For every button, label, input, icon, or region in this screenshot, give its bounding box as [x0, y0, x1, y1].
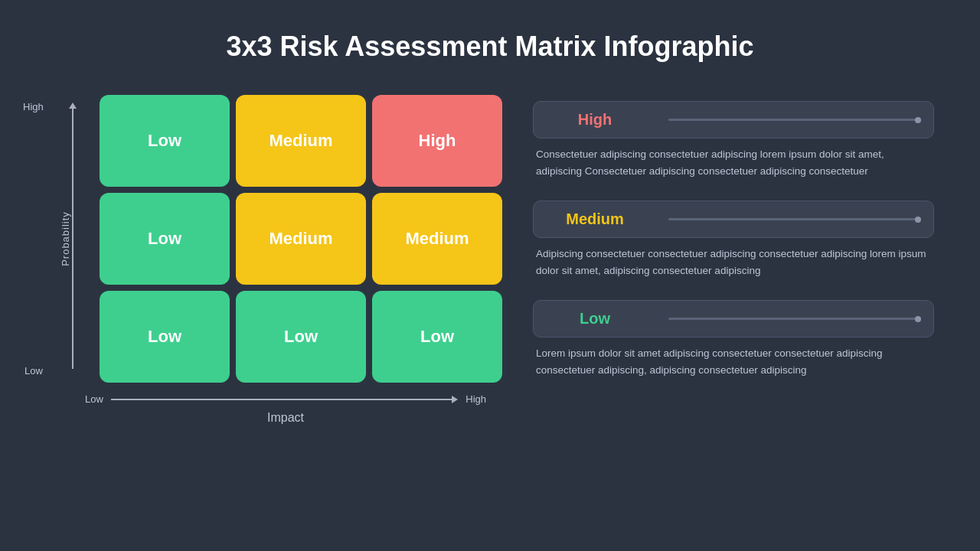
x-axis-line: [111, 399, 452, 400]
legend-badge-low: Low: [534, 301, 656, 337]
y-axis-label: Probability: [60, 211, 71, 266]
page-title: 3x3 Risk Assessment Matrix Infographic: [227, 31, 754, 63]
legend-bar-container-medium: [656, 218, 933, 220]
matrix-section: High Low Probability Low Medium High: [46, 93, 502, 425]
matrix-cell-0: Low: [100, 95, 230, 187]
matrix-cell-6: Low: [100, 291, 230, 383]
legend-bar-dot-low: [915, 316, 921, 322]
matrix-cell-1: Medium: [236, 95, 366, 187]
legend-item-medium: Medium Adipiscing consectetuer consectet…: [533, 201, 934, 279]
legend-item-high: High Consectetuer adipiscing consectetue…: [533, 101, 934, 179]
legend-badge-row-medium: Medium: [533, 201, 934, 238]
legend-item-low: Low Lorem ipsum dolor sit amet adipiscin…: [533, 300, 934, 378]
x-axis-container: Low High Impact: [46, 393, 502, 425]
matrix-cell-2: High: [372, 95, 502, 187]
legend-bar-track-high: [668, 119, 921, 121]
legend-badge-row-low: Low: [533, 300, 934, 337]
legend-text-medium: Adipiscing consectetuer consectetuer adi…: [533, 246, 934, 279]
legend-bar-dot-medium: [915, 217, 921, 223]
matrix-grid-wrapper: Low Medium High Low Medium: [100, 95, 502, 383]
matrix-cell-7: Low: [236, 291, 366, 383]
legend-bar-dot-high: [915, 117, 921, 123]
x-axis-row: Low High: [85, 393, 486, 405]
main-content: High Low Probability Low Medium High: [0, 93, 980, 425]
legend-text-high: Consectetuer adipiscing consectetuer adi…: [533, 146, 934, 179]
matrix-with-axes: High Low Probability Low Medium High: [46, 93, 502, 384]
matrix-cell-5: Medium: [372, 193, 502, 285]
legend-badge-medium: Medium: [534, 201, 656, 237]
legend-bar-track-medium: [668, 218, 921, 220]
legend-bar-track-low: [668, 318, 921, 320]
y-axis-arrow: [72, 109, 74, 369]
legend-badge-row-high: High: [533, 101, 934, 139]
legend-badge-high: High: [534, 102, 656, 138]
legend-bar-container-low: [656, 318, 933, 320]
x-axis-low-label: Low: [85, 393, 103, 405]
matrix-cell-8: Low: [372, 291, 502, 383]
legend-section: High Consectetuer adipiscing consectetue…: [533, 93, 934, 425]
matrix-cell-3: Low: [100, 193, 230, 285]
legend-bar-container-high: [656, 119, 933, 121]
y-axis-low-label: Low: [24, 365, 43, 377]
x-axis-high-label: High: [466, 393, 486, 405]
matrix-cell-4: Medium: [236, 193, 366, 285]
x-axis-label: Impact: [267, 411, 304, 425]
y-axis-area: High Low Probability: [46, 93, 100, 384]
matrix-grid: Low Medium High Low Medium: [100, 95, 502, 383]
legend-text-low: Lorem ipsum dolor sit amet adipiscing co…: [533, 345, 934, 378]
y-axis-high-label: High: [23, 101, 44, 112]
